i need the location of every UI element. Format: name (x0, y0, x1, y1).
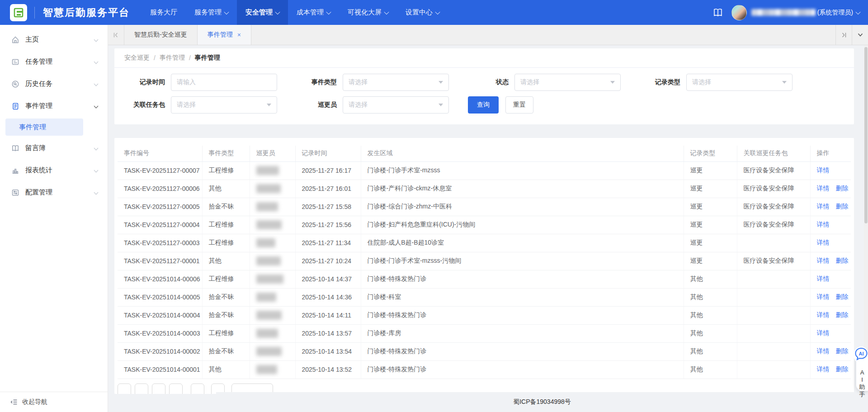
delete-link[interactable]: 删除 (836, 293, 849, 300)
cell-task-package (737, 306, 810, 324)
detail-link[interactable]: 详情 (817, 221, 830, 228)
pagination-button[interactable] (191, 384, 204, 394)
tabs-scroll-left-button[interactable] (108, 25, 124, 45)
sidebar-item[interactable]: 报表统计 (0, 159, 108, 181)
cell-event-type: 工程维修 (202, 234, 250, 252)
sidebar-item[interactable]: 配置管理 (0, 181, 108, 204)
patroller-name-blurred (256, 347, 282, 356)
filter-row-1: 记录时间请输入事件类型请选择状态请选择记录类型请选择 (114, 74, 854, 91)
filter-field: 记录类型请选择 (630, 74, 802, 91)
detail-link[interactable]: 详情 (817, 239, 830, 246)
cell-event-type: 其他 (202, 252, 250, 270)
cell-record-type: 其他 (684, 288, 737, 306)
user-avatar[interactable] (731, 5, 747, 20)
cell-event-type: 其他 (202, 180, 250, 198)
filter-field: 记录时间请输入 (114, 74, 286, 91)
tabs-scroll-right-button[interactable] (835, 25, 852, 45)
collapse-nav-button[interactable]: 收起导航 (0, 392, 108, 412)
sidebar-item[interactable]: 留言簿 (0, 137, 108, 159)
cell-event-id: TASK-EV-20251127-00007 (118, 161, 202, 180)
user-role-label[interactable]: (系统管理员) (817, 9, 853, 17)
cell-record-time: 2025-10-14 14:36 (295, 288, 361, 306)
page-footer: 蜀ICP备19034998号 (216, 392, 868, 412)
cell-actions: 详情删除 (810, 180, 851, 198)
detail-link[interactable]: 详情 (817, 275, 830, 282)
detail-link[interactable]: 详情 (817, 329, 830, 336)
filter-select[interactable]: 请选择 (686, 74, 793, 91)
filter-select[interactable]: 请选择 (171, 96, 277, 114)
cell-event-id: TASK-EV-20251014-00001 (118, 360, 202, 379)
delete-link[interactable]: 删除 (836, 203, 849, 210)
tab-item[interactable]: 智慧后勤-安全巡更 (124, 25, 198, 45)
nav-menu-item[interactable]: 服务大厅 (142, 0, 186, 25)
tab-close-icon[interactable]: × (237, 31, 241, 38)
nav-menu-item-label: 服务管理 (194, 8, 222, 17)
detail-link[interactable]: 详情 (817, 365, 830, 373)
column-header: 操作 (810, 146, 851, 161)
delete-link[interactable]: 删除 (836, 257, 849, 264)
sidebar-item[interactable]: 事件管理 (0, 95, 108, 117)
app-logo-icon (10, 4, 27, 21)
delete-link[interactable]: 删除 (836, 311, 849, 318)
sidebar-item[interactable]: 历史任务 (0, 73, 108, 95)
pagination-button[interactable] (169, 384, 183, 394)
table-row: TASK-EV-20251014-00002拾金不昧2025-10-14 13:… (118, 342, 851, 360)
cell-area: 住院部-成人B超-B超10诊室 (361, 234, 684, 252)
filter-input[interactable]: 请输入 (171, 74, 277, 91)
filter-select[interactable]: 请选择 (343, 96, 449, 114)
tabs-more-button[interactable] (852, 25, 868, 45)
sidebar-subitem-active[interactable]: 事件管理 (5, 118, 83, 136)
nav-menu-item[interactable]: 安全管理 (237, 0, 288, 25)
filter-select[interactable]: 请选择 (343, 74, 449, 91)
detail-link[interactable]: 详情 (817, 166, 830, 174)
cell-patroller (250, 252, 295, 270)
book-icon[interactable] (712, 8, 723, 18)
cell-area: 门诊楼-妇产科危急重症科(ICU)-污物间 (361, 216, 684, 234)
cell-task-package (737, 324, 810, 342)
cell-event-id: TASK-EV-20251127-00001 (118, 252, 202, 270)
divider (34, 7, 35, 19)
cell-event-id: TASK-EV-20251014-00006 (118, 270, 202, 288)
reset-button[interactable]: 重置 (505, 96, 533, 114)
sidebar-item[interactable]: 任务管理 (0, 51, 108, 73)
cell-actions: 详情删除 (810, 252, 851, 270)
table-row: TASK-EV-20251127-00004工程维修2025-11-27 15:… (118, 216, 851, 234)
filter-label: 记录时间 (114, 78, 165, 86)
delete-link[interactable]: 删除 (836, 185, 849, 192)
breadcrumb-item[interactable]: 事件管理 (160, 54, 185, 62)
nav-menu-item[interactable]: 服务管理 (186, 0, 237, 25)
vertical-scrollbar[interactable] (864, 45, 868, 392)
delete-link[interactable]: 删除 (836, 365, 849, 373)
pagination-button[interactable] (118, 384, 131, 394)
ai-assistant-label: AI助手 (859, 369, 865, 398)
detail-link[interactable]: 详情 (817, 311, 830, 318)
table-row: TASK-EV-20251127-00005拾金不昧2025-11-27 15:… (118, 198, 851, 216)
detail-link[interactable]: 详情 (817, 347, 830, 355)
breadcrumb-item[interactable]: 安全巡更 (124, 54, 150, 62)
ai-assistant-button[interactable]: AI AI助手 (856, 353, 868, 391)
patroller-name-blurred (256, 238, 275, 247)
pagination-button[interactable] (152, 384, 165, 394)
detail-link[interactable]: 详情 (817, 203, 830, 210)
tab-active[interactable]: 事件管理× (198, 25, 251, 45)
scrollbar-thumb[interactable] (864, 47, 868, 223)
cell-area: 门诊楼-特殊发热门诊 (361, 270, 684, 288)
top-navbar: 智慧后勤服务平台 服务大厅服务管理安全管理成本管理可视化大屏设置中心 (系统管理… (0, 0, 868, 25)
pagination-button[interactable] (135, 384, 148, 394)
sidebar-item[interactable]: 主页 (0, 28, 108, 51)
search-button[interactable]: 查询 (468, 96, 499, 114)
nav-menu-item[interactable]: 成本管理 (288, 0, 339, 25)
cell-patroller (250, 342, 295, 360)
nav-menu-item[interactable]: 设置中心 (397, 0, 448, 25)
cell-task-package (737, 342, 810, 360)
detail-link[interactable]: 详情 (817, 257, 830, 264)
delete-link[interactable]: 删除 (836, 347, 849, 355)
detail-link[interactable]: 详情 (817, 185, 830, 192)
chevron-down-icon[interactable] (855, 9, 860, 14)
nav-menu-item[interactable]: 可视化大屏 (339, 0, 397, 25)
table-row: TASK-EV-20251127-00007工程维修2025-11-27 16:… (118, 161, 851, 180)
cell-record-type: 其他 (684, 324, 737, 342)
detail-link[interactable]: 详情 (817, 293, 830, 300)
filter-select[interactable]: 请选择 (514, 74, 621, 91)
cell-record-type: 巡更 (684, 252, 737, 270)
